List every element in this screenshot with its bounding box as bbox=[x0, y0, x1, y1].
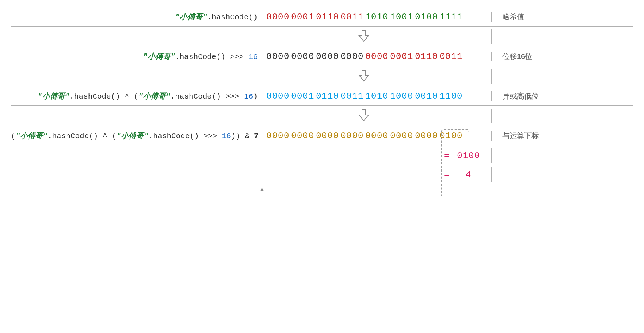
expr-xor: "小傅哥".hashCode() ^ ("小傅哥".hashCode() >>>… bbox=[11, 91, 266, 101]
label-shift: 位移16位 bbox=[491, 52, 633, 61]
expr-hash: "小傅哥".hashCode() bbox=[11, 12, 266, 22]
label-hash: 哈希值 bbox=[491, 12, 633, 22]
row-xor: "小傅哥".hashCode() ^ ("小傅哥".hashCode() >>>… bbox=[11, 87, 633, 106]
bits-xor: 0000 0001 0110 0011 1010 1000 0010 1100 bbox=[266, 91, 491, 101]
label-xor: 异或高低位 bbox=[491, 91, 633, 101]
method-call: .hashCode() bbox=[207, 13, 258, 21]
string-literal: "小傅哥" bbox=[175, 13, 207, 21]
expr-and: ("小傅哥".hashCode() ^ ("小傅哥".hashCode() >>… bbox=[11, 131, 266, 141]
hash-diagram: "小傅哥".hashCode() 0000 0001 0110 0011 101… bbox=[11, 7, 633, 188]
row-hash: "小傅哥".hashCode() 0000 0001 0110 0011 101… bbox=[11, 7, 633, 27]
row-shift: "小傅哥".hashCode() >>> 16 0000 0000 0000 0… bbox=[11, 47, 633, 66]
arrow-down-icon bbox=[358, 109, 369, 121]
svg-marker-1 bbox=[260, 188, 264, 191]
result-bin: = 0100 bbox=[11, 145, 633, 164]
expr-shift: "小傅哥".hashCode() >>> 16 bbox=[11, 51, 266, 61]
bits-and: 0000 0000 0000 0000 0000 0000 0000 0100 bbox=[266, 131, 491, 141]
arrow-down-icon bbox=[358, 69, 369, 82]
arrow-1 bbox=[11, 27, 633, 47]
row-and: ("小傅哥".hashCode() ^ ("小傅哥".hashCode() >>… bbox=[11, 126, 633, 145]
bits-shift: 0000 0000 0000 0000 0000 0001 0110 0011 bbox=[266, 52, 491, 61]
arrow-3 bbox=[11, 106, 633, 126]
arrow-to-seven bbox=[258, 186, 266, 196]
arrow-2 bbox=[11, 66, 633, 87]
bits-hash: 0000 0001 0110 0011 1010 1001 0100 1111 bbox=[266, 12, 491, 22]
label-and: 与运算下标 bbox=[491, 131, 633, 141]
result-dec: = 4 bbox=[11, 164, 633, 188]
arrow-down-icon bbox=[358, 30, 369, 42]
